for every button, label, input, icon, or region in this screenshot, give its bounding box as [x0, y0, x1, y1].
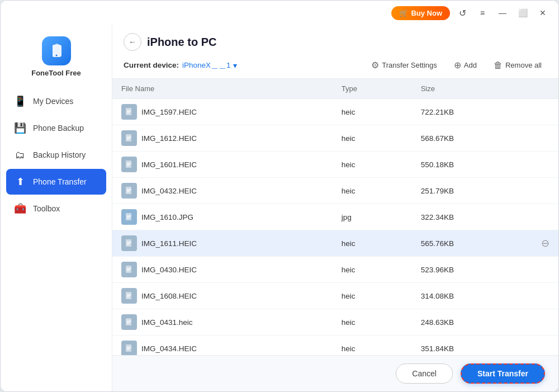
start-transfer-button[interactable]: Start Transfer [461, 363, 545, 384]
file-table-container: File Name Type Size [112, 79, 558, 355]
sidebar-logo: FoneTool Free [1, 31, 112, 88]
table-row[interactable]: IMG_1612.HEIC heic 568.67KB [112, 125, 558, 152]
content-footer: Cancel Start Transfer [112, 355, 558, 391]
sidebar-item-backup-history[interactable]: 🗂 Backup History [6, 142, 106, 168]
remove-row-button[interactable]: ⊖ [541, 237, 549, 249]
file-type-icon [121, 157, 137, 172]
sidebar-item-label: Phone Transfer [33, 177, 87, 186]
sidebar-item-toolbox[interactable]: 🧰 Toolbox [6, 196, 106, 221]
app-name: FoneTool Free [31, 69, 81, 77]
row-remove-cell [532, 152, 558, 178]
table-row[interactable]: IMG_1597.HEIC heic 722.21KB [112, 99, 558, 125]
device-label: Current device: iPhoneX＿＿1 ▾ [124, 60, 237, 70]
content-header: ← iPhone to PC Current device: iPhoneX＿＿… [112, 25, 558, 79]
cart-icon: 🛒 [399, 9, 408, 17]
file-type-icon [121, 314, 137, 330]
row-remove-cell [532, 125, 558, 152]
file-type-cell: heic [333, 178, 412, 204]
minimize-button[interactable]: — [495, 5, 510, 21]
file-table: File Name Type Size [112, 79, 558, 355]
file-type-cell: heic [333, 230, 412, 257]
trash-icon: 🗑 [494, 60, 503, 70]
row-remove-cell [532, 283, 558, 309]
sidebar-item-my-devices[interactable]: 📱 My Devices [6, 88, 106, 114]
maximize-button[interactable]: ⬜ [515, 5, 530, 21]
file-type-cell: jpg [333, 204, 412, 230]
sidebar-item-phone-backup[interactable]: 💾 Phone Backup [6, 115, 106, 141]
title-bar: 🛒 Buy Now ↺ ≡ — ⬜ ✕ [1, 1, 558, 25]
table-row[interactable]: IMG_0430.HEIC heic 523.96KB [112, 257, 558, 283]
sidebar: FoneTool Free 📱 My Devices 💾 Phone Backu… [1, 25, 112, 391]
row-remove-cell [532, 204, 558, 230]
file-size-cell: 314.08KB [412, 283, 532, 309]
sidebar-navigation: 📱 My Devices 💾 Phone Backup 🗂 Backup His… [1, 88, 112, 221]
file-name-cell: IMG_0430.HEIC [112, 257, 333, 283]
phone-transfer-icon: ⬆ [14, 176, 26, 188]
title-bar-actions: 🛒 Buy Now ↺ ≡ — ⬜ ✕ [391, 5, 551, 21]
table-row[interactable]: IMG_1610.JPG jpg 322.34KB [112, 204, 558, 230]
row-remove-cell: ⊖ [532, 230, 558, 257]
table-row[interactable]: IMG_0434.HEIC heic 351.84KB [112, 336, 558, 356]
content-area: ← iPhone to PC Current device: iPhoneX＿＿… [112, 25, 558, 391]
file-type-icon [121, 262, 137, 277]
app-logo-icon [42, 36, 71, 65]
file-name-cell: IMG_0434.HEIC [112, 336, 333, 356]
buy-now-button[interactable]: 🛒 Buy Now [391, 6, 450, 20]
file-type-cell: heic [333, 257, 412, 283]
file-type-icon [121, 235, 137, 251]
col-size: Size [412, 79, 532, 99]
file-type-icon [121, 104, 137, 120]
table-row[interactable]: IMG_1611.HEIC heic 565.76KB ⊖ [112, 230, 558, 257]
backup-history-icon: 🗂 [14, 149, 26, 161]
transfer-settings-button[interactable]: ⚙ Transfer Settings [368, 58, 440, 73]
file-type-cell: heic [333, 309, 412, 336]
sidebar-item-phone-transfer[interactable]: ⬆ Phone Transfer [6, 169, 106, 195]
file-type-icon [121, 183, 137, 199]
row-remove-cell [532, 309, 558, 336]
file-size-cell: 523.96KB [412, 257, 532, 283]
remove-all-button[interactable]: 🗑 Remove all [490, 58, 545, 73]
table-row[interactable]: IMG_1601.HEIC heic 550.18KB [112, 152, 558, 178]
chevron-down-icon: ▾ [233, 61, 237, 70]
cancel-button[interactable]: Cancel [396, 363, 453, 384]
file-name-cell: IMG_1597.HEIC [112, 99, 333, 125]
sidebar-item-label: My Devices [33, 97, 73, 106]
page-title: iPhone to PC [147, 36, 216, 49]
row-remove-cell [532, 178, 558, 204]
file-name-cell: IMG_0431.heic [112, 309, 333, 336]
row-remove-cell [532, 257, 558, 283]
close-button[interactable]: ✕ [535, 5, 551, 21]
file-type-cell: heic [333, 125, 412, 152]
main-layout: FoneTool Free 📱 My Devices 💾 Phone Backu… [1, 25, 558, 391]
file-type-icon [121, 288, 137, 304]
table-row[interactable]: IMG_1608.HEIC heic 314.08KB [112, 283, 558, 309]
sidebar-item-label: Toolbox [33, 204, 60, 213]
device-select-dropdown[interactable]: iPhoneX＿＿1 ▾ [182, 60, 237, 70]
file-name-cell: IMG_1611.HEIC [112, 230, 333, 257]
file-name-cell: IMG_1601.HEIC [112, 152, 333, 178]
file-size-cell: 351.84KB [412, 336, 532, 356]
sidebar-item-label: Backup History [33, 150, 86, 159]
back-button[interactable]: ← [124, 33, 141, 51]
file-size-cell: 550.18KB [412, 152, 532, 178]
menu-icon[interactable]: ≡ [475, 5, 490, 21]
file-type-icon [121, 209, 137, 225]
file-name-cell: IMG_1608.HEIC [112, 283, 333, 309]
file-size-cell: 722.21KB [412, 99, 532, 125]
phone-backup-icon: 💾 [14, 122, 26, 134]
rotate-icon[interactable]: ↺ [454, 5, 470, 21]
device-row: Current device: iPhoneX＿＿1 ▾ ⚙ Transfer … [124, 58, 545, 73]
settings-icon: ⚙ [371, 60, 379, 70]
svg-point-0 [55, 55, 57, 56]
file-type-cell: heic [333, 336, 412, 356]
col-filename: File Name [112, 79, 333, 99]
table-row[interactable]: IMG_0431.heic heic 248.63KB [112, 309, 558, 336]
table-row[interactable]: IMG_0432.HEIC heic 251.79KB [112, 178, 558, 204]
table-header: File Name Type Size [112, 79, 558, 99]
file-type-cell: heic [333, 152, 412, 178]
app-window: 🛒 Buy Now ↺ ≡ — ⬜ ✕ FoneTool Free [0, 0, 559, 392]
file-size-cell: 248.63KB [412, 309, 532, 336]
add-button[interactable]: ⊕ Add [451, 58, 480, 73]
file-name-cell: IMG_1610.JPG [112, 204, 333, 230]
row-remove-cell [532, 336, 558, 356]
